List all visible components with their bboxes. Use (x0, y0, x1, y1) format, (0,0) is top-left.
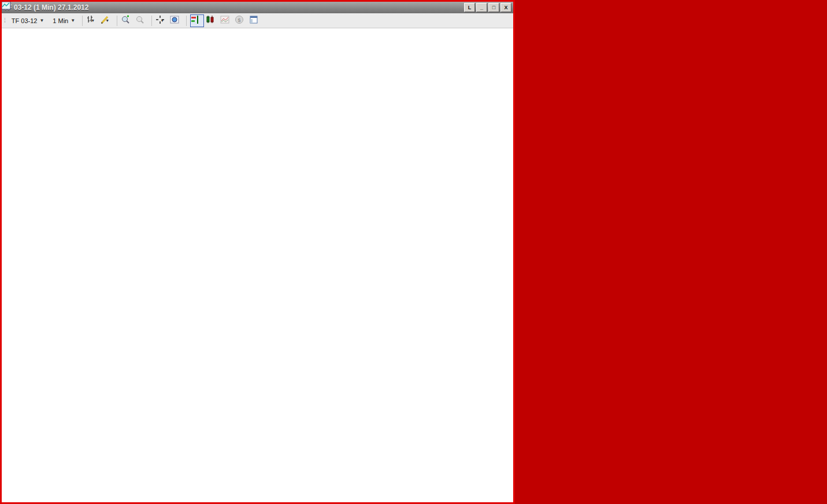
toolbar-separator (151, 16, 152, 26)
dollar-icon: $ (235, 15, 244, 24)
svg-text:$: $ (238, 17, 241, 23)
chart-window-1min: TF 03-12 (1 Min) 27.1.2012L_□X⁞TF 03-12▼… (0, 0, 515, 504)
chevron-down-icon: ▼ (39, 18, 44, 23)
zoom-out-button[interactable] (135, 15, 148, 27)
style-line-button[interactable] (220, 15, 233, 27)
zoom-out-icon (135, 15, 144, 24)
toolbar-separator (186, 16, 187, 26)
series-style-icon (86, 15, 95, 24)
toolbar-separator (82, 16, 83, 26)
crosshair-icon (155, 15, 165, 24)
pencil-icon (101, 15, 110, 24)
instrument-select[interactable]: TF 03-12▼ (8, 16, 48, 26)
titlebar: TF 03-12 (1 Min) 27.1.2012L_□X (2, 2, 513, 13)
close-button[interactable]: X (500, 3, 511, 12)
snapshot-button[interactable] (170, 15, 183, 27)
window-title: TF 03-12 (1 Min) 27.1.2012 (3, 3, 464, 12)
interval-label: 1 Min (53, 17, 68, 24)
instrument-label: TF 03-12 (12, 17, 38, 24)
maximize-button[interactable]: □ (488, 3, 499, 12)
style-hbars-icon (191, 15, 200, 24)
crosshair-button[interactable]: ▾ (155, 15, 168, 27)
snapshot-icon (170, 15, 179, 24)
chart-canvas[interactable] (2, 28, 513, 502)
minimize-button[interactable]: _ (476, 3, 487, 12)
properties-button[interactable] (249, 15, 262, 27)
style-candles-icon (206, 15, 215, 24)
zoom-in-icon (121, 15, 130, 24)
pencil-button[interactable]: ▾ (101, 15, 113, 27)
ninjatrader-workspace: { "app": { "copyright": "© 2012 NinjaTra… (0, 0, 827, 504)
app-icon (2, 2, 11, 11)
window-buttons: L_□X (464, 3, 511, 12)
style-line-icon (220, 15, 229, 24)
toolbar-grip: ⁞ (4, 17, 5, 24)
properties-icon (249, 15, 258, 24)
style-candles-button[interactable] (206, 15, 218, 27)
dollar-button[interactable]: $ (235, 15, 247, 27)
style-hbars-button[interactable] (190, 14, 204, 27)
series-style-button[interactable]: ▾ (86, 15, 99, 27)
toolbar-separator (117, 16, 117, 26)
layout-button[interactable]: L (464, 3, 475, 12)
interval-select[interactable]: 1 Min▼ (49, 16, 79, 26)
toolbar: ⁞TF 03-12▼1 Min▼▾▾▾$ (2, 13, 513, 28)
zoom-in-button[interactable] (121, 15, 133, 27)
chevron-down-icon: ▼ (71, 18, 75, 23)
